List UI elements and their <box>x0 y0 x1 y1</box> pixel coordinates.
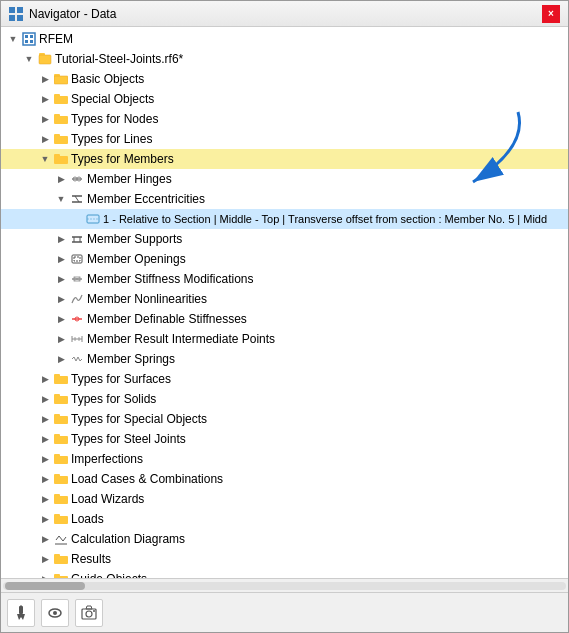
tree-item-eccentricity-1[interactable]: 1 - Relative to Section | Middle - Top |… <box>1 209 568 229</box>
tree-item-calc-diagrams[interactable]: ▶ Calculation Diagrams <box>1 529 568 549</box>
tree-item-project[interactable]: ▼ Tutorial-Steel-Joints.rf6* <box>1 49 568 69</box>
tree-item-guide-objects[interactable]: ▶ Guide Objects <box>1 569 568 578</box>
toggle-load-wizards[interactable]: ▶ <box>37 491 53 507</box>
toggle-loads[interactable]: ▶ <box>37 511 53 527</box>
types-nodes-label: Types for Nodes <box>71 112 158 126</box>
camera-button[interactable] <box>75 599 103 627</box>
toggle-lines[interactable]: ▶ <box>37 131 53 147</box>
toggle-nodes[interactable]: ▶ <box>37 111 53 127</box>
svg-line-66 <box>59 536 63 541</box>
tree-item-types-nodes[interactable]: ▶ Types for Nodes <box>1 109 568 129</box>
toggle-imperfections[interactable]: ▶ <box>37 451 53 467</box>
folder-load-cases-icon <box>53 471 69 487</box>
member-stiffness-label: Member Stiffness Modifications <box>87 272 254 286</box>
calc-diagrams-icon <box>53 531 69 547</box>
tree-item-types-solids[interactable]: ▶ Types for Solids <box>1 389 568 409</box>
tree-item-member-springs[interactable]: ▶ Member Springs <box>1 349 568 369</box>
stiffness-icon <box>69 271 85 287</box>
svg-rect-7 <box>25 40 28 43</box>
openings-icon <box>69 251 85 267</box>
toggle-nonlinear[interactable]: ▶ <box>53 291 69 307</box>
svg-marker-83 <box>86 606 92 609</box>
tree-item-member-stiffness[interactable]: ▶ Member Stiffness Modifications <box>1 269 568 289</box>
folder-nodes-icon <box>53 111 69 127</box>
toggle-steel[interactable]: ▶ <box>37 431 53 447</box>
toggle-results[interactable]: ▶ <box>37 551 53 567</box>
svg-rect-20 <box>54 134 60 138</box>
svg-rect-49 <box>54 374 60 378</box>
tree-item-types-lines[interactable]: ▶ Types for Lines <box>1 129 568 149</box>
toggle-special[interactable]: ▶ <box>37 91 53 107</box>
tree-item-load-wizards[interactable]: ▶ Load Wizards <box>1 489 568 509</box>
project-icon <box>37 51 53 67</box>
toggle-eccentricities[interactable]: ▼ <box>53 191 69 207</box>
svg-rect-3 <box>17 15 23 21</box>
toggle-surfaces[interactable]: ▶ <box>37 371 53 387</box>
tree-item-types-members[interactable]: ▼ Types for Members <box>1 149 568 169</box>
toggle-project[interactable]: ▼ <box>21 51 37 67</box>
tree-item-rfem[interactable]: ▼ RFEM <box>1 29 568 49</box>
svg-line-28 <box>75 196 79 202</box>
toggle-solids[interactable]: ▶ <box>37 391 53 407</box>
svg-rect-63 <box>54 514 60 518</box>
close-button[interactable]: × <box>542 5 560 23</box>
svg-rect-4 <box>23 33 35 45</box>
tree-item-member-hinges[interactable]: ▶ Member Hinges <box>1 169 568 189</box>
tree-item-member-result[interactable]: ▶ Member Result Intermediate Points <box>1 329 568 349</box>
tree-item-member-nonlinearities[interactable]: ▶ Member Nonlinearities <box>1 289 568 309</box>
types-special-label: Types for Special Objects <box>71 412 207 426</box>
scroll-thumb[interactable] <box>5 582 85 590</box>
toggle-basic[interactable]: ▶ <box>37 71 53 87</box>
tree-item-member-openings[interactable]: ▶ Member Openings <box>1 249 568 269</box>
svg-point-81 <box>53 611 57 615</box>
member-definable-label: Member Definable Stiffnesses <box>87 312 247 326</box>
member-supports-label: Member Supports <box>87 232 182 246</box>
toggle-openings[interactable]: ▶ <box>53 251 69 267</box>
supports-icon <box>69 231 85 247</box>
folder-steel-icon <box>53 431 69 447</box>
basic-objects-label: Basic Objects <box>71 72 144 86</box>
toggle-rfem[interactable]: ▼ <box>5 31 21 47</box>
member-nonlinearities-label: Member Nonlinearities <box>87 292 207 306</box>
window-title: Navigator - Data <box>29 7 116 21</box>
result-icon <box>69 331 85 347</box>
nonlinear-icon <box>69 291 85 307</box>
tree-item-member-eccentricities[interactable]: ▼ Member Eccentricities <box>1 189 568 209</box>
toggle-stiffness[interactable]: ▶ <box>53 271 69 287</box>
scroll-track <box>3 582 566 590</box>
svg-rect-51 <box>54 394 60 398</box>
pin-icon <box>13 605 29 621</box>
svg-rect-36 <box>74 257 80 261</box>
toggle-special-obj[interactable]: ▶ <box>37 411 53 427</box>
tree-item-basic-objects[interactable]: ▶ Basic Objects <box>1 69 568 89</box>
tree-item-member-definable[interactable]: ▶ Member Definable Stiffnesses <box>1 309 568 329</box>
horizontal-scrollbar[interactable] <box>1 578 568 592</box>
tree-item-imperfections[interactable]: ▶ Imperfections <box>1 449 568 469</box>
tree-item-member-supports[interactable]: ▶ Member Supports <box>1 229 568 249</box>
toggle-hinges[interactable]: ▶ <box>53 171 69 187</box>
svg-point-85 <box>93 610 95 612</box>
toggle-load-cases[interactable]: ▶ <box>37 471 53 487</box>
toggle-result[interactable]: ▶ <box>53 331 69 347</box>
eye-button[interactable] <box>41 599 69 627</box>
pin-button[interactable] <box>7 599 35 627</box>
tree-item-load-cases[interactable]: ▶ Load Cases & Combinations <box>1 469 568 489</box>
toggle-calc[interactable]: ▶ <box>37 531 53 547</box>
tree-item-loads[interactable]: ▶ Loads <box>1 509 568 529</box>
toggle-guide[interactable]: ▶ <box>37 571 53 578</box>
toggle-definable[interactable]: ▶ <box>53 311 69 327</box>
toggle-members[interactable]: ▼ <box>37 151 53 167</box>
tree-item-types-steel[interactable]: ▶ Types for Steel Joints <box>1 429 568 449</box>
tree-item-types-special[interactable]: ▶ Types for Special Objects <box>1 409 568 429</box>
tree-item-results[interactable]: ▶ Results <box>1 549 568 569</box>
load-cases-label: Load Cases & Combinations <box>71 472 223 486</box>
svg-rect-57 <box>54 454 60 458</box>
svg-rect-55 <box>54 434 60 438</box>
toggle-springs[interactable]: ▶ <box>53 351 69 367</box>
toggle-supports[interactable]: ▶ <box>53 231 69 247</box>
svg-rect-22 <box>54 154 60 158</box>
svg-rect-6 <box>30 35 33 38</box>
folder-members-icon <box>53 151 69 167</box>
tree-item-types-surfaces[interactable]: ▶ Types for Surfaces <box>1 369 568 389</box>
tree-item-special-objects[interactable]: ▶ Special Objects <box>1 89 568 109</box>
